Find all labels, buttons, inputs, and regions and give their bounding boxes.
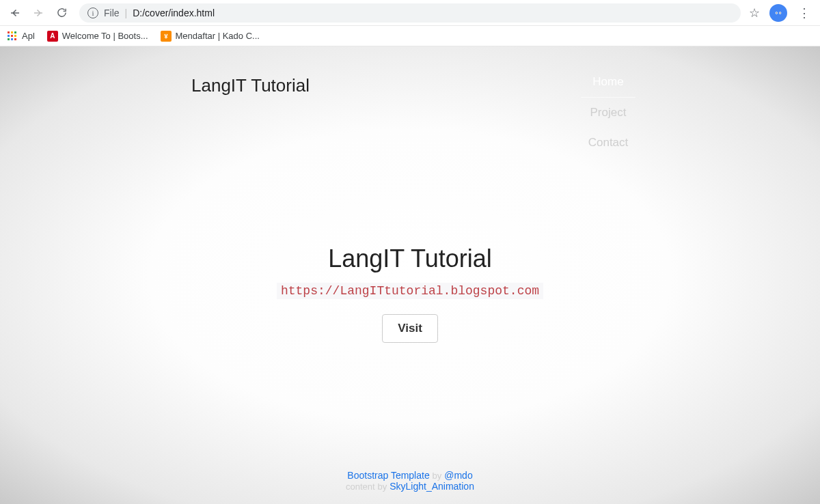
svg-point-2: [776, 12, 777, 13]
visit-button[interactable]: Visit: [382, 314, 438, 343]
arrow-left-icon: [9, 7, 21, 19]
menu-button[interactable]: ⋮: [794, 5, 815, 20]
svg-rect-10: [8, 38, 10, 40]
bookmark-label: Apl: [22, 31, 35, 41]
reload-icon: [56, 7, 68, 18]
address-separator: |: [125, 8, 128, 18]
bookmark-item-2[interactable]: ४ Mendaftar | Kado C...: [161, 31, 260, 42]
svg-rect-11: [11, 38, 13, 40]
footer-author-link-1[interactable]: @mdo: [444, 470, 472, 481]
profile-avatar[interactable]: [769, 4, 787, 22]
footer-line-2: content by SkyLight_Animation: [0, 481, 820, 492]
bookmark-item-1[interactable]: A Welcome To | Boots...: [47, 31, 148, 42]
svg-rect-12: [14, 38, 16, 40]
apps-grid-icon: [7, 31, 18, 42]
page-footer: Bootstrap Template by @mdo content by Sk…: [0, 470, 820, 504]
footer-content-label: content: [346, 481, 375, 492]
svg-rect-7: [8, 35, 10, 37]
svg-point-3: [780, 12, 780, 13]
footer-by-2: by: [378, 481, 387, 492]
bookmark-icon-x: ४: [161, 31, 172, 42]
info-icon: i: [87, 8, 98, 18]
apps-shortcut[interactable]: Apl: [7, 31, 35, 42]
page-viewport: LangIT Tutorial Home Project Contact Lan…: [0, 46, 820, 504]
reload-button[interactable]: [52, 3, 71, 23]
nav-home[interactable]: Home: [581, 67, 636, 98]
footer-author-link-2[interactable]: SkyLight_Animation: [390, 481, 474, 492]
svg-rect-9: [14, 35, 16, 37]
svg-rect-6: [14, 31, 16, 33]
hero-url: https://LangITtutorial.blogspot.com: [277, 283, 543, 299]
svg-rect-4: [8, 31, 10, 33]
browser-toolbar: i File | D:/cover/index.html ☆ ⋮: [0, 0, 820, 26]
star-icon[interactable]: ☆: [749, 5, 760, 20]
address-prefix: File: [104, 8, 120, 18]
svg-rect-5: [11, 31, 13, 33]
bookmark-label: Mendaftar | Kado C...: [176, 31, 260, 41]
bookmark-label: Welcome To | Boots...: [62, 31, 148, 41]
address-path: D:/cover/index.html: [133, 8, 215, 18]
arrow-right-icon: [32, 7, 44, 19]
profile-eyes-icon: [773, 8, 784, 18]
forward-button[interactable]: [29, 3, 48, 23]
hero-section: LangIT Tutorial https://LangITtutorial.b…: [0, 117, 820, 470]
footer-template-link[interactable]: Bootstrap Template: [347, 470, 429, 481]
bookmarks-bar: Apl A Welcome To | Boots... ४ Mendaftar …: [0, 26, 820, 46]
footer-line-1: Bootstrap Template by @mdo: [0, 470, 820, 481]
footer-by-1: by: [433, 471, 442, 481]
bookmark-icon-a: A: [47, 31, 58, 42]
hero-title: LangIT Tutorial: [328, 244, 491, 273]
address-bar[interactable]: i File | D:/cover/index.html: [79, 3, 741, 23]
back-button[interactable]: [5, 3, 25, 23]
svg-rect-8: [11, 35, 13, 37]
